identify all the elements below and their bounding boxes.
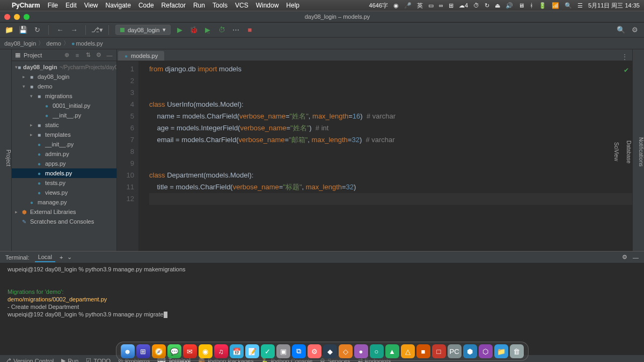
run-config-selector[interactable]: day08_login ▾ bbox=[115, 25, 171, 35]
menu-edit[interactable]: Edit bbox=[65, 2, 77, 9]
sidebar-header: ▦ Project ⊕ ≡ ⇅ ⚙ — bbox=[12, 49, 116, 61]
tool-run[interactable]: ▶ Run bbox=[61, 357, 78, 362]
notifications-tool[interactable]: Notifications bbox=[638, 53, 644, 251]
breadcrumb: day08_login〉 demo〉 ● models.py bbox=[0, 38, 644, 49]
more-run-icon[interactable]: ⋯ bbox=[231, 25, 240, 35]
inspection-ok-icon[interactable]: ✔ bbox=[624, 64, 629, 76]
menu-tools[interactable]: Tools bbox=[213, 2, 228, 9]
tree-item[interactable]: ●apps.py bbox=[12, 159, 116, 168]
reload-icon[interactable]: ↻ bbox=[32, 25, 42, 35]
debug-icon[interactable]: 🐞 bbox=[189, 25, 199, 35]
root-name: day08_login bbox=[23, 64, 57, 70]
clock-date[interactable]: 5月11日 周三 14:35 bbox=[588, 2, 640, 10]
tool-packages[interactable]: 📦 Python Packages bbox=[198, 357, 254, 362]
select-opened-icon[interactable]: ⊕ bbox=[63, 51, 70, 58]
editor-tabbar: ● models.py ⋮ bbox=[117, 49, 632, 61]
window-titlebar: day08_login – models.py bbox=[0, 11, 644, 23]
tree-root[interactable]: ▾■ day08_login ~/PycharmProjects/day08_l… bbox=[12, 62, 116, 72]
expand-all-icon[interactable]: ≡ bbox=[74, 52, 81, 58]
menu-help[interactable]: Help bbox=[286, 2, 299, 9]
status-kanji-icon: 英 bbox=[417, 2, 423, 10]
crumb-1[interactable]: demo bbox=[46, 40, 61, 47]
code-content[interactable]: ✔ from django.db import models class Use… bbox=[138, 61, 632, 251]
infinity-icon: ∞ bbox=[439, 2, 443, 9]
wifi-icon: 📶 bbox=[552, 2, 559, 9]
terminal-tab-local[interactable]: Local bbox=[35, 253, 55, 262]
sidebar-title[interactable]: Project bbox=[24, 52, 60, 58]
open-icon[interactable]: 📁 bbox=[4, 25, 14, 35]
settings-tree-icon[interactable]: ⚙ bbox=[95, 51, 103, 58]
crumb-2[interactable]: models.py bbox=[76, 40, 103, 47]
menu-view[interactable]: View bbox=[84, 2, 98, 9]
app-name[interactable]: PyCharm bbox=[12, 2, 40, 9]
menu-vcs[interactable]: VCS bbox=[235, 2, 248, 9]
menu-code[interactable]: Code bbox=[138, 2, 154, 9]
tree-item[interactable]: ●models.py bbox=[12, 168, 116, 178]
save-icon[interactable]: 💾 bbox=[18, 25, 28, 35]
close-window-button[interactable] bbox=[4, 14, 10, 20]
terminal-title: Terminal: bbox=[5, 254, 30, 261]
project-icon: ▦ bbox=[15, 51, 20, 58]
profile-icon[interactable]: ⏱ bbox=[217, 25, 226, 35]
stop-icon[interactable]: ■ bbox=[245, 25, 254, 35]
new-terminal-icon[interactable]: + bbox=[60, 254, 63, 261]
tree-item[interactable]: ●views.py bbox=[12, 188, 116, 197]
tree-item[interactable]: ▸■templates bbox=[12, 130, 116, 139]
window-title: day08_login – models.py bbox=[35, 13, 640, 20]
tool-console[interactable]: 🐍 Python Console bbox=[261, 357, 313, 362]
crumb-0[interactable]: day08_login bbox=[4, 40, 36, 47]
tool-todo[interactable]: ☑ TODO bbox=[86, 357, 111, 362]
term-create: - Create model Department bbox=[8, 303, 636, 311]
tree-item[interactable]: ●tests.py bbox=[12, 178, 116, 188]
branch-icon[interactable]: ⎇▾ bbox=[92, 25, 102, 35]
tree-item[interactable]: ▸■static bbox=[12, 120, 116, 130]
menu-refactor[interactable]: Refactor bbox=[162, 2, 186, 9]
forward-icon[interactable]: → bbox=[69, 25, 79, 35]
terminal-cursor bbox=[164, 312, 167, 318]
terminal-hide-icon[interactable]: — bbox=[633, 254, 639, 261]
menu-file[interactable]: File bbox=[48, 2, 58, 9]
external-libraries[interactable]: ▸⬢External Libraries bbox=[12, 207, 116, 217]
search-everywhere-icon[interactable]: 🔍 bbox=[616, 25, 626, 35]
hide-panel-icon[interactable]: — bbox=[106, 52, 113, 58]
tree-item[interactable]: ●__init__.py bbox=[12, 110, 116, 120]
settings-icon[interactable]: ⚙ bbox=[630, 25, 640, 35]
zoom-window-button[interactable] bbox=[24, 14, 30, 20]
minimize-window-button[interactable] bbox=[14, 14, 20, 20]
tree-item[interactable]: ●0001_initial.py bbox=[12, 101, 116, 110]
tree-item[interactable]: ●__init__.py bbox=[12, 139, 116, 149]
menu-window[interactable]: Window bbox=[256, 2, 279, 9]
tool-terminal[interactable]: ⌨ Terminal bbox=[157, 355, 191, 363]
coverage-icon[interactable]: ▶̤ bbox=[203, 25, 213, 35]
tool-version-control[interactable]: ⎇ Version Control bbox=[4, 357, 54, 362]
menu-run[interactable]: Run bbox=[193, 2, 205, 9]
tree-item[interactable]: ●admin.py bbox=[12, 149, 116, 159]
python-file-icon: ● bbox=[71, 40, 75, 47]
rec-icon: ◉ bbox=[393, 2, 399, 9]
left-tool-gutter[interactable]: Project bbox=[0, 49, 12, 251]
tree-item[interactable]: ▾■migrations bbox=[12, 91, 116, 101]
tool-problems[interactable]: ⊘ Problems bbox=[118, 357, 150, 362]
terminal-settings-icon[interactable]: ⚙ bbox=[622, 254, 627, 261]
control-center-icon[interactable]: ☰ bbox=[577, 2, 583, 9]
tree-item[interactable]: ▸■day08_login bbox=[12, 72, 116, 82]
terminal-dropdown-icon[interactable]: ⌄ bbox=[67, 254, 72, 261]
menu-navigate[interactable]: Navigate bbox=[106, 2, 131, 9]
tab-label: models.py bbox=[131, 53, 158, 59]
search-icon[interactable]: 🔍 bbox=[565, 2, 572, 9]
back-icon[interactable]: ← bbox=[55, 25, 65, 35]
line-gutter: 123456789101112 bbox=[117, 61, 138, 251]
tool-services[interactable]: ⚙ Services bbox=[320, 357, 350, 362]
terminal-body[interactable]: wupeiqi@192 day08_login % python3.9 mana… bbox=[0, 263, 644, 354]
tree-item[interactable]: ▾■demo bbox=[12, 82, 116, 91]
code-area[interactable]: 123456789101112 ✔ from django.db import … bbox=[117, 61, 632, 251]
tree-item[interactable]: ●manage.py bbox=[12, 197, 116, 207]
scratches[interactable]: ✎Scratches and Consoles bbox=[12, 217, 116, 226]
bottom-toolstrip: ⎇ Version Control ▶ Run ☑ TODO ⊘ Problem… bbox=[0, 354, 644, 362]
project-tree[interactable]: ▾■ day08_login ~/PycharmProjects/day08_l… bbox=[12, 61, 116, 251]
tool-endpoints[interactable]: ⇄ Endpoints bbox=[358, 357, 391, 362]
bluetooth-icon: ᚼ bbox=[530, 2, 533, 9]
tab-models[interactable]: ● models.py bbox=[118, 51, 164, 61]
collapse-all-icon[interactable]: ⇅ bbox=[84, 51, 92, 58]
run-icon[interactable]: ▶ bbox=[175, 25, 185, 35]
